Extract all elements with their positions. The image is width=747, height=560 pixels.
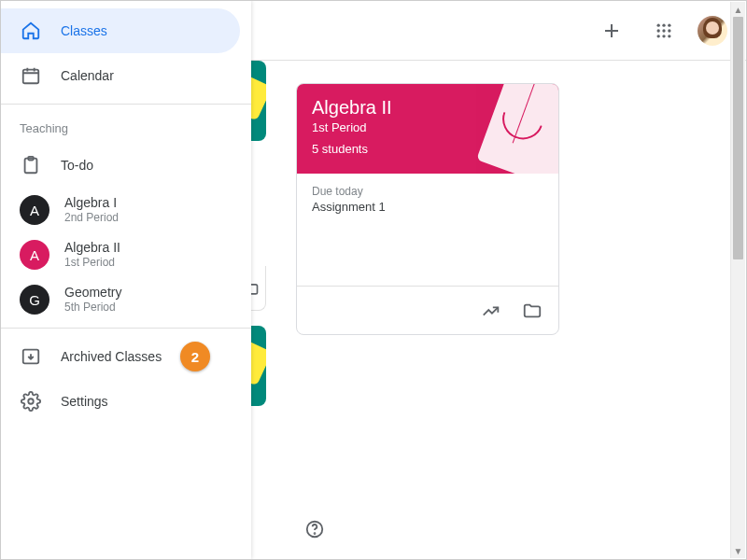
clipboard-icon — [20, 154, 42, 176]
divider — [1, 328, 251, 329]
nav-classes-label: Classes — [61, 23, 107, 38]
card-subtitle: 1st Period — [312, 120, 543, 134]
svg-point-13 — [668, 35, 670, 37]
class-avatar: A — [20, 195, 49, 225]
nav-todo-label: To-do — [61, 158, 93, 173]
class-avatar: G — [20, 285, 49, 315]
sidebar-class-geometry[interactable]: G Geometry 5th Period — [1, 277, 251, 322]
svg-point-15 — [315, 533, 316, 534]
nav-todo[interactable]: To-do — [1, 143, 251, 188]
svg-point-4 — [28, 399, 34, 404]
class-avatar: A — [20, 240, 49, 270]
svg-point-5 — [657, 23, 660, 26]
svg-point-7 — [668, 23, 670, 26]
archive-icon — [20, 345, 42, 368]
sidebar-class-algebra2[interactable]: A Algebra II 1st Period — [1, 232, 251, 277]
due-label: Due today — [312, 185, 543, 198]
nav-classes[interactable]: Classes — [1, 8, 240, 53]
card-header: Algebra II 1st Period 5 students — [297, 84, 558, 174]
class-sub: 1st Period — [64, 256, 120, 269]
gear-icon — [20, 390, 42, 413]
help-icon[interactable] — [296, 511, 333, 548]
assignment-link[interactable]: Assignment 1 — [312, 200, 543, 214]
card-title[interactable]: Algebra II — [312, 97, 543, 119]
sidebar: Classes Calendar Teaching To-do A Algebr… — [1, 1, 251, 559]
nav-calendar[interactable]: Calendar — [1, 53, 251, 98]
folder-icon — [251, 279, 260, 298]
scroll-thumb[interactable] — [733, 17, 743, 259]
nav-settings[interactable]: Settings — [1, 379, 251, 424]
main-area: Algebra II 1st Period 5 students Due tod… — [251, 1, 746, 559]
user-avatar[interactable] — [698, 16, 727, 46]
section-teaching-label: Teaching — [1, 110, 251, 143]
svg-point-6 — [662, 23, 665, 26]
home-icon — [20, 20, 42, 42]
card-footer — [297, 286, 558, 334]
class-sub: 5th Period — [64, 301, 121, 314]
class-name: Algebra II — [64, 240, 120, 256]
apps-icon[interactable] — [645, 12, 683, 49]
nav-archived[interactable]: Archived Classes 2 — [1, 334, 251, 379]
nav-calendar-label: Calendar — [61, 68, 114, 83]
add-button[interactable] — [593, 12, 630, 49]
calendar-icon — [20, 64, 42, 87]
nav-settings-label: Settings — [61, 394, 108, 409]
class-card-algebra2[interactable]: Algebra II 1st Period 5 students Due tod… — [296, 83, 559, 335]
card-body: Due today Assignment 1 — [297, 174, 558, 286]
class-name: Geometry — [64, 285, 121, 301]
card-peek-footer — [251, 266, 266, 311]
svg-rect-0 — [23, 70, 39, 84]
svg-point-8 — [657, 29, 660, 32]
svg-point-9 — [662, 29, 665, 32]
scrollbar[interactable]: ▲ ▼ — [730, 2, 745, 558]
scroll-down-icon[interactable]: ▼ — [731, 543, 745, 558]
trending-icon[interactable] — [472, 292, 510, 329]
svg-point-12 — [662, 35, 665, 37]
topbar — [251, 1, 746, 61]
sidebar-class-algebra1[interactable]: A Algebra I 2nd Period — [1, 188, 251, 232]
card-peek — [251, 326, 266, 406]
folder-icon[interactable] — [514, 292, 551, 329]
svg-point-11 — [657, 35, 660, 37]
class-name: Algebra I — [64, 195, 119, 211]
divider — [1, 104, 251, 105]
content: Algebra II 1st Period 5 students Due tod… — [251, 61, 746, 559]
nav-archived-label: Archived Classes — [61, 349, 162, 364]
callout-badge: 2 — [180, 342, 210, 371]
card-students: 5 students — [312, 142, 543, 156]
card-peek — [251, 61, 266, 141]
class-sub: 2nd Period — [64, 211, 119, 224]
svg-point-10 — [668, 29, 670, 32]
scroll-up-icon[interactable]: ▲ — [731, 2, 745, 17]
